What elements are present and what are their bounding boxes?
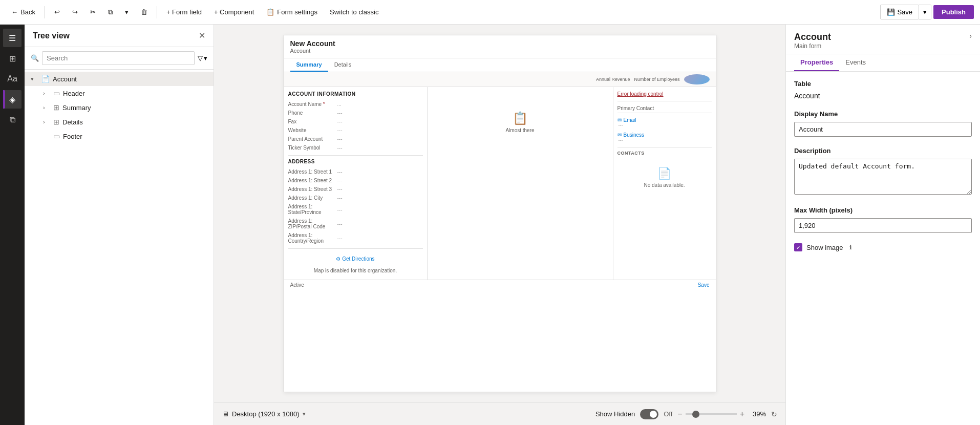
- menu-icon[interactable]: ☰: [3, 29, 22, 47]
- undo-button[interactable]: ↩: [49, 5, 65, 19]
- tree-node-details[interactable]: › ⊞ Details: [25, 115, 214, 129]
- tree-node-summary[interactable]: › ⊞ Summary: [25, 100, 214, 115]
- state-dots: ---: [337, 207, 343, 213]
- rotate-button[interactable]: ↻: [771, 410, 777, 418]
- address-title: ADDRESS: [288, 159, 423, 164]
- right-panel-chevron-button[interactable]: ›: [969, 32, 972, 40]
- description-textarea[interactable]: Updated default Account form.: [794, 159, 972, 195]
- sidebar-item-grid[interactable]: ⊞: [3, 49, 22, 68]
- phone-dots: ---: [337, 110, 343, 116]
- ticker-symbol-label: Ticker Symbol: [288, 145, 334, 151]
- sidebar-item-layers[interactable]: ◈: [3, 90, 22, 109]
- back-label: Back: [20, 8, 35, 16]
- preview-col-mid: 📋 Almost there: [428, 87, 613, 280]
- tree-close-button[interactable]: ✕: [199, 31, 205, 40]
- no-data-area: 📄 No data available.: [617, 159, 712, 196]
- dropdown-icon: ▾: [125, 8, 129, 16]
- cut-button[interactable]: ✂: [85, 5, 101, 19]
- field-street1: Address 1: Street 1 ---: [288, 167, 423, 176]
- preview-header-bar: Annual Revenue Number of Employees: [284, 72, 716, 87]
- country-label: Address 1: Country/Region: [288, 232, 334, 244]
- preview-tab-details[interactable]: Details: [328, 58, 358, 72]
- pc-divider: [617, 113, 712, 113]
- zoom-percent: 39%: [748, 410, 766, 418]
- off-label: Off: [664, 410, 672, 418]
- filter-button[interactable]: ▽ ▾: [198, 54, 207, 62]
- account-expand-icon[interactable]: ▾: [31, 76, 41, 82]
- redo-button[interactable]: ↪: [67, 5, 83, 19]
- publish-label: Publish: [942, 8, 966, 16]
- layers-icon[interactable]: ◈: [3, 90, 22, 109]
- components-icon[interactable]: ⧉: [3, 111, 22, 129]
- save-button[interactable]: 💾 Save: [880, 5, 919, 19]
- field-zip: Address 1: ZIP/Postal Code ---: [288, 217, 423, 231]
- right-tab-events[interactable]: Events: [839, 54, 872, 71]
- field-street3: Address 1: Street 3 ---: [288, 185, 423, 194]
- form-field-button[interactable]: + Form field: [161, 5, 207, 19]
- bottom-right: Show Hidden Off − + 39% ↻: [595, 409, 777, 419]
- contacts-header: CONTACTS: [617, 151, 712, 156]
- account-label: Account: [53, 75, 77, 83]
- sidebar-item-text[interactable]: Aa: [3, 70, 22, 88]
- get-directions-btn[interactable]: ⚙ Get Directions: [288, 252, 423, 266]
- grid-icon[interactable]: ⊞: [3, 49, 22, 68]
- prop-table-label: Table: [794, 80, 972, 88]
- publish-button[interactable]: Publish: [933, 5, 974, 19]
- summary-expand-icon[interactable]: ›: [43, 104, 53, 111]
- check-icon: ✓: [796, 244, 801, 251]
- preview-save[interactable]: Save: [698, 282, 710, 288]
- tree-node-account[interactable]: ▾ 📄 Account: [25, 72, 214, 86]
- zoom-minus-button[interactable]: −: [677, 410, 682, 419]
- show-image-checkbox[interactable]: ✓: [794, 243, 802, 251]
- canvas-area: New Account Account Summary Details Annu…: [214, 25, 785, 425]
- delete-button[interactable]: 🗑: [136, 5, 153, 19]
- desktop-dropdown-button[interactable]: ▾: [303, 411, 306, 417]
- form-settings-button[interactable]: 📋 Form settings: [261, 5, 323, 19]
- max-width-input[interactable]: [794, 218, 972, 233]
- header-expand-icon[interactable]: ›: [43, 90, 53, 96]
- text-icon[interactable]: Aa: [3, 70, 22, 88]
- copy-icon: ⧉: [108, 8, 113, 16]
- contacts-divider: [617, 147, 712, 147]
- save-dropdown-button[interactable]: ▾: [919, 5, 931, 19]
- section-divider-2: [288, 248, 423, 249]
- main-layout: ☰ ⊞ Aa ◈ ⧉ Tree view ✕ 🔍 ▽ ▾: [0, 25, 980, 425]
- street2-label: Address 1: Street 2: [288, 178, 334, 183]
- right-tab-properties[interactable]: Properties: [794, 54, 839, 71]
- display-name-input[interactable]: [794, 122, 972, 137]
- error-control[interactable]: Error loading control: [617, 91, 712, 97]
- tree-node-footer[interactable]: ▭ Footer: [25, 129, 214, 143]
- cut-icon: ✂: [90, 8, 96, 16]
- tree-search-input[interactable]: [42, 51, 195, 65]
- parent-account-dots: ---: [337, 136, 343, 142]
- details-expand-icon[interactable]: ›: [43, 119, 53, 125]
- preview-body: ACCOUNT INFORMATION Account Name ... Pho…: [284, 87, 716, 280]
- phone-label: Phone: [288, 110, 334, 116]
- component-button[interactable]: + Component: [209, 5, 259, 19]
- right-panel-header: Account Main form ›: [786, 25, 980, 54]
- show-hidden-toggle[interactable]: [640, 409, 658, 419]
- preview-tab-summary[interactable]: Summary: [290, 58, 328, 72]
- field-state: Address 1: State/Province ---: [288, 202, 423, 217]
- tree-body: ▾ 📄 Account › ▭ Header › ⊞ Summary › ⊞ D…: [25, 70, 214, 425]
- form-preview[interactable]: New Account Account Summary Details Annu…: [284, 35, 716, 392]
- back-icon: ←: [11, 8, 18, 16]
- switch-classic-button[interactable]: Switch to classic: [325, 5, 384, 19]
- dropdown-button[interactable]: ▾: [120, 5, 134, 19]
- field-account-name: Account Name ...: [288, 100, 423, 109]
- zoom-control: − + 39%: [677, 410, 766, 419]
- field-country: Address 1: Country/Region ---: [288, 231, 423, 245]
- summary-section-icon: ⊞: [53, 103, 59, 112]
- prop-description-section: Description Updated default Account form…: [794, 147, 972, 196]
- preview-status: Active: [290, 282, 304, 288]
- sidebar-item-menu[interactable]: ☰: [3, 29, 22, 47]
- zoom-plus-button[interactable]: +: [740, 410, 744, 419]
- employees-label: Number of Employees: [634, 77, 679, 82]
- back-button[interactable]: ← Back: [6, 5, 40, 19]
- sidebar-item-components[interactable]: ⧉: [3, 111, 22, 129]
- tree-node-header[interactable]: › ▭ Header: [25, 86, 214, 100]
- business-section: ✉ Business ---: [617, 132, 712, 143]
- desktop-icon: 🖥: [222, 410, 229, 418]
- copy-button[interactable]: ⧉: [103, 5, 118, 19]
- zoom-slider[interactable]: [686, 413, 737, 415]
